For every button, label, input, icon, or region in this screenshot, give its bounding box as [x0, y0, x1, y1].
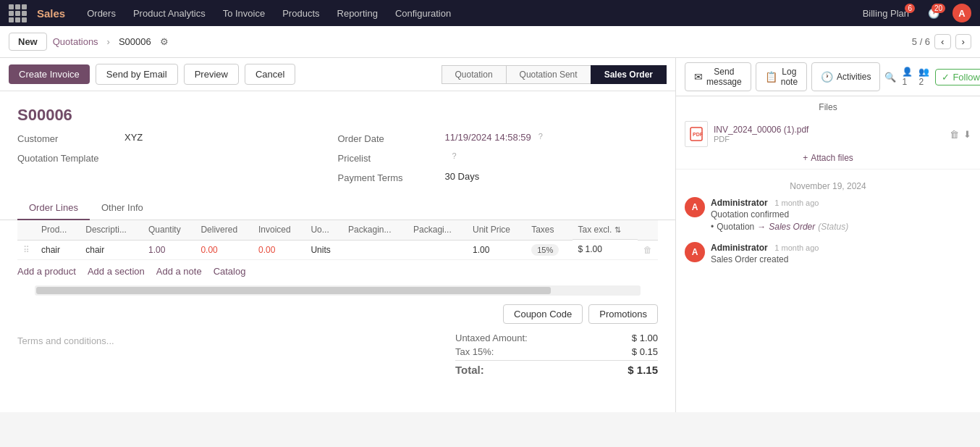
breadcrumb-quotations[interactable]: Quotations: [53, 36, 98, 47]
add-section-link[interactable]: Add a section: [88, 266, 145, 277]
col-packaging2[interactable]: Packagi...: [407, 220, 467, 240]
col-invoiced[interactable]: Invoiced: [253, 220, 305, 240]
file-actions: 🗑 ⬇: [950, 129, 971, 140]
nav-product-analytics[interactable]: Product Analytics: [126, 4, 213, 23]
pricelist-label: Pricelist: [338, 151, 439, 164]
order-table: Prod... Descripti... Quantity Delivered …: [17, 220, 658, 260]
terms-field[interactable]: Terms and conditions...: [17, 333, 455, 379]
row-packaging1[interactable]: [342, 240, 407, 259]
status-bar: Quotation Quotation Sent Sales Order: [442, 65, 667, 84]
col-tax-excl[interactable]: Tax excl. ⇅: [573, 220, 638, 240]
row-invoiced[interactable]: 0.00: [253, 240, 305, 259]
tab-other-info[interactable]: Other Info: [90, 196, 155, 220]
user-avatar[interactable]: A: [952, 4, 971, 22]
billing-plan-badge[interactable]: Billing Plan 6: [857, 7, 915, 20]
new-button[interactable]: New: [9, 33, 47, 51]
cancel-button[interactable]: Cancel: [245, 64, 295, 85]
nav-reporting[interactable]: Reporting: [330, 4, 385, 23]
messages-area: November 19, 2024 A Administrator 1 mont…: [676, 170, 980, 412]
row-drag-handle[interactable]: ⠿: [17, 240, 35, 259]
preview-button[interactable]: Preview: [184, 64, 239, 85]
add-product-link[interactable]: Add a product: [17, 266, 76, 277]
row-product[interactable]: chair: [35, 240, 80, 259]
row-delivered[interactable]: 0.00: [195, 240, 253, 259]
horizontal-scrollbar[interactable]: [35, 285, 641, 296]
msg-avatar-2: A: [685, 242, 705, 262]
payment-terms-value[interactable]: 30 Days: [445, 171, 480, 182]
download-file-icon[interactable]: ⬇: [963, 129, 971, 140]
catalog-link[interactable]: Catalog: [214, 266, 246, 277]
customer-field-row: Customer XYZ: [17, 132, 338, 144]
note-icon: 📋: [765, 71, 777, 83]
coupon-code-button[interactable]: Coupon Code: [503, 304, 583, 324]
gear-icon[interactable]: ⚙: [160, 36, 169, 47]
untaxed-value: $ 1.00: [632, 333, 658, 343]
search-icon[interactable]: 🔍: [884, 72, 896, 83]
order-date-value[interactable]: 11/19/2024 14:58:59: [445, 132, 531, 143]
file-name[interactable]: INV_2024_00006 (1).pdf: [714, 125, 944, 135]
nav-to-invoice[interactable]: To Invoice: [216, 4, 273, 23]
status-sales-order[interactable]: Sales Order: [591, 65, 667, 84]
nav-configuration[interactable]: Configuration: [388, 4, 458, 23]
pagination-prev[interactable]: ‹: [934, 34, 950, 49]
tax-value: $ 0.15: [632, 346, 658, 357]
breadcrumb-separator: ›: [107, 36, 110, 47]
send-email-button[interactable]: Send by Email: [96, 64, 178, 85]
col-description[interactable]: Descripti...: [80, 220, 143, 240]
customer-value[interactable]: XYZ: [124, 132, 143, 143]
nav-right-area: Billing Plan 6 🕐20 A: [857, 4, 971, 22]
following-button[interactable]: ✓ Following: [935, 69, 980, 85]
col-quantity[interactable]: Quantity: [143, 220, 195, 240]
row-unit-price[interactable]: 1.00: [467, 240, 525, 259]
tax-row: Tax 15%: $ 0.15: [455, 346, 658, 357]
attach-files-button[interactable]: + Attach files: [685, 153, 971, 163]
scroll-thumb[interactable]: [36, 287, 551, 294]
message-1: A Administrator 1 month ago Quotation co…: [685, 197, 971, 232]
nav-orders[interactable]: Orders: [80, 4, 123, 23]
delete-file-icon[interactable]: 🗑: [950, 129, 959, 140]
row-quantity[interactable]: 1.00: [143, 240, 195, 259]
status-quotation-sent[interactable]: Quotation Sent: [506, 65, 591, 84]
row-uom[interactable]: Units: [305, 240, 342, 259]
tab-order-lines[interactable]: Order Lines: [17, 196, 90, 220]
pagination-next[interactable]: ›: [955, 34, 971, 49]
msg-author-1: Administrator: [711, 198, 768, 208]
activities-button[interactable]: 🕐 Activities: [811, 62, 880, 91]
table-actions: Add a product Add a section Add a note C…: [0, 260, 675, 283]
table-row: ⠿ chair chair 1.00 0.00 0.00 Units 1.00 …: [17, 240, 658, 259]
row-packaging2[interactable]: [407, 240, 467, 259]
status-quotation[interactable]: Quotation: [442, 65, 507, 84]
col-taxes[interactable]: Taxes: [525, 220, 572, 240]
watchers-icon[interactable]: 👥2: [918, 67, 929, 87]
files-title: Files: [685, 102, 971, 112]
app-grid-icon[interactable]: [9, 4, 27, 22]
row-description[interactable]: chair: [80, 240, 143, 259]
col-product[interactable]: Prod...: [35, 220, 80, 240]
col-delivered[interactable]: Delivered: [195, 220, 253, 240]
col-uom[interactable]: Uo...: [305, 220, 342, 240]
promotions-button[interactable]: Promotions: [588, 304, 658, 324]
log-note-button[interactable]: 📋 Log note: [756, 62, 807, 91]
plus-icon: +: [803, 153, 808, 163]
nav-products[interactable]: Products: [275, 4, 326, 23]
create-invoice-button[interactable]: Create Invoice: [9, 64, 90, 84]
action-bar: Create Invoice Send by Email Preview Can…: [0, 58, 675, 91]
row-delete[interactable]: 🗑: [638, 240, 658, 259]
form-area: Create Invoice Send by Email Preview Can…: [0, 58, 676, 412]
terms-totals-area: Terms and conditions... Untaxed Amount: …: [17, 333, 658, 379]
add-note-link[interactable]: Add a note: [156, 266, 202, 277]
msg-author-2: Administrator: [711, 243, 768, 253]
brand-label[interactable]: Sales: [37, 7, 65, 20]
row-taxes[interactable]: 15%: [525, 240, 572, 259]
clock-icon: 🕐: [821, 71, 833, 83]
col-packaging1[interactable]: Packagin...: [342, 220, 407, 240]
table-header-row: Prod... Descripti... Quantity Delivered …: [17, 220, 658, 240]
file-item: PDF INV_2024_00006 (1).pdf PDF 🗑 ⬇: [685, 118, 971, 150]
chatter-panel: ✉ Send message 📋 Log note 🕐 Activities 🔍…: [676, 58, 980, 412]
send-message-button[interactable]: ✉ Send message: [685, 62, 751, 91]
col-unit-price[interactable]: Unit Price: [467, 220, 525, 240]
date-divider: November 19, 2024: [685, 181, 971, 191]
clock-badge[interactable]: 🕐20: [922, 7, 945, 20]
order-date-label: Order Date: [338, 132, 439, 144]
followers-icon[interactable]: 👤1: [902, 67, 913, 87]
